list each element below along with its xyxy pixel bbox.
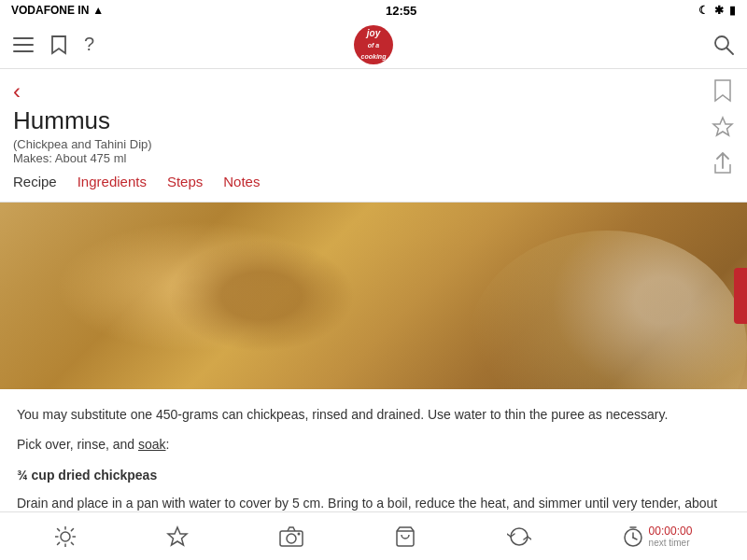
timer-count: 00:00:00	[649, 525, 693, 538]
para2-suffix: :	[166, 437, 170, 452]
para2-prefix: Pick over, rinse, and	[17, 437, 138, 452]
svg-line-13	[71, 528, 73, 530]
timer-label: next timer	[649, 538, 690, 548]
svg-line-22	[633, 538, 637, 539]
favorites-button[interactable]	[166, 525, 189, 548]
moon-icon: ☾	[698, 4, 709, 17]
soak-link[interactable]: soak	[138, 437, 166, 452]
shopping-button[interactable]	[394, 525, 416, 548]
tab-steps[interactable]: Steps	[167, 174, 203, 197]
status-time: 12:55	[386, 4, 416, 18]
refresh-button[interactable]	[507, 526, 531, 547]
svg-line-11	[57, 528, 59, 530]
main-ingredient: ¾ cup dried chickpeas	[17, 465, 730, 485]
svg-rect-2	[13, 50, 34, 52]
bookmark-icon[interactable]	[50, 35, 67, 55]
wifi-icon: ▲	[92, 4, 104, 17]
nav-logo: joyof acooking	[354, 25, 393, 64]
status-left: VODAFONE IN ▲	[11, 4, 104, 17]
brightness-button[interactable]	[55, 526, 76, 547]
share-icon[interactable]	[712, 151, 733, 175]
header-action-icons	[712, 78, 734, 175]
bluetooth-icon: ✱	[714, 4, 724, 17]
hummus-shadow	[168, 240, 355, 352]
svg-line-4	[727, 48, 734, 54]
tab-recipe[interactable]: Recipe	[13, 174, 57, 197]
star-icon[interactable]	[712, 116, 734, 138]
bottom-toolbar: 00:00:00 next timer	[0, 511, 747, 560]
nav-bar: ? joyof acooking	[0, 21, 747, 69]
recipe-yield: Makes: About 475 ml	[13, 151, 734, 165]
side-scroll-tab[interactable]	[734, 268, 747, 324]
recipe-para2: Pick over, rinse, and soak:	[17, 434, 730, 455]
search-icon[interactable]	[713, 35, 734, 55]
nav-right-icons	[713, 35, 734, 55]
recipe-header: ‹ Hummus (Chickpea and Tahini Dip) Makes…	[0, 69, 747, 169]
back-button[interactable]: ‹	[13, 78, 734, 105]
tab-notes[interactable]: Notes	[223, 174, 260, 197]
carrier-text: VODAFONE IN	[11, 4, 89, 17]
svg-line-12	[71, 542, 73, 544]
status-bar: VODAFONE IN ▲ 12:55 ☾ ✱ ▮	[0, 0, 747, 21]
timer-info: 00:00:00 next timer	[649, 525, 693, 548]
tab-bar: Recipe Ingredients Steps Notes	[0, 169, 747, 203]
svg-rect-0	[13, 37, 34, 39]
svg-marker-5	[713, 118, 732, 135]
help-icon[interactable]: ?	[84, 34, 94, 55]
svg-line-14	[57, 542, 59, 544]
svg-marker-15	[168, 527, 187, 545]
recipe-image	[0, 203, 747, 389]
tab-ingredients[interactable]: Ingredients	[78, 174, 147, 197]
app-logo: joyof acooking	[354, 25, 393, 64]
svg-rect-1	[13, 44, 34, 46]
nav-left-icons: ?	[13, 34, 94, 55]
menu-icon[interactable]	[13, 37, 34, 52]
back-chevron-icon: ‹	[13, 78, 21, 105]
camera-button[interactable]	[279, 526, 303, 547]
battery-icon: ▮	[729, 4, 736, 17]
bookmark-outline-icon[interactable]	[712, 78, 733, 103]
recipe-para1: You may substitute one 450-grams can chi…	[17, 404, 730, 425]
timer-display[interactable]: 00:00:00 next timer	[623, 525, 693, 548]
status-right: ☾ ✱ ▮	[698, 4, 736, 17]
recipe-title: Hummus	[13, 106, 734, 135]
svg-point-6	[61, 532, 70, 541]
recipe-subtitle: (Chickpea and Tahini Dip)	[13, 137, 734, 151]
svg-point-18	[298, 532, 301, 535]
svg-point-17	[287, 534, 296, 543]
